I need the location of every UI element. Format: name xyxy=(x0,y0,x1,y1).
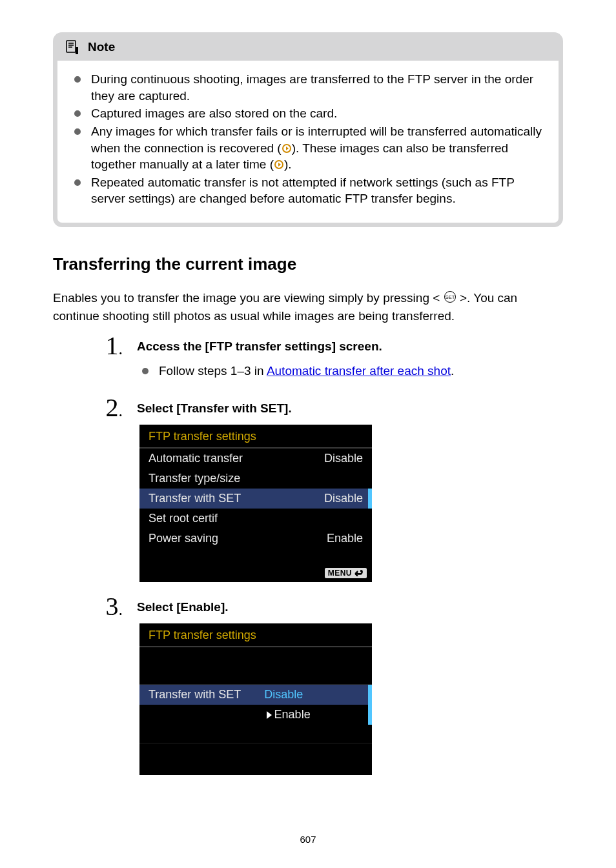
menu-back-badge: MENU xyxy=(325,568,367,578)
menu-row-power-saving: Power saving Enable xyxy=(139,529,372,549)
menu-option-enable: Enable xyxy=(274,708,311,722)
menu-label: Transfer type/size xyxy=(149,472,240,485)
note-bullet: During continuous shooting, images are t… xyxy=(73,71,543,104)
svg-rect-0 xyxy=(67,41,76,52)
step-2: 2. Select [Transfer with SET]. FTP trans… xyxy=(53,395,563,582)
camera-screen-transfer-settings: FTP transfer settings Automatic transfer… xyxy=(139,425,372,582)
back-arrow-icon xyxy=(354,570,364,576)
note-bullet: Captured images are also stored on the c… xyxy=(73,105,543,122)
menu-row-transfer-with-set: Transfer with SET Disable xyxy=(139,489,372,509)
step-bullet: Follow steps 1–3 in Automatic transfer a… xyxy=(137,363,563,379)
step-1: 1. Access the [FTP transfer settings] sc… xyxy=(53,333,563,383)
steps-list: 1. Access the [FTP transfer settings] sc… xyxy=(53,333,563,775)
intro-paragraph: Enables you to transfer the image you ar… xyxy=(53,290,563,324)
menu-label: Transfer with SET xyxy=(149,688,264,701)
menu-label: Power saving xyxy=(149,532,218,545)
step-number: 3. xyxy=(53,594,137,620)
note-header: Note xyxy=(53,32,563,61)
svg-text:SET: SET xyxy=(445,294,455,300)
menu-row-transfer-with-set-disable: Transfer with SET Disable xyxy=(139,685,372,705)
note-bullet: Repeated automatic transfer is not attem… xyxy=(73,174,543,207)
text-fragment: Enables you to transfer the image you ar… xyxy=(53,291,444,305)
note-title: Note xyxy=(88,40,115,54)
note-box: Note During continuous shooting, images … xyxy=(53,32,563,227)
menu-value: Enable xyxy=(327,532,363,545)
menu-row-empty xyxy=(139,549,372,565)
step-title: Access the [FTP transfer settings] scree… xyxy=(137,339,563,354)
menu-row-transfer-type-size: Transfer type/size xyxy=(139,469,372,489)
link-reference-icon[interactable] xyxy=(274,157,284,168)
menu-row-enable-option: Enable xyxy=(139,705,372,725)
step-title: Select [Enable]. xyxy=(137,600,563,614)
page-number: 607 xyxy=(0,834,616,845)
menu-option-disable: Disable xyxy=(264,688,303,701)
note-body: During continuous shooting, images are t… xyxy=(57,61,559,223)
step-number: 1. xyxy=(53,333,137,359)
note-icon xyxy=(66,40,79,54)
step-3: 3. Select [Enable]. FTP transfer setting… xyxy=(53,594,563,775)
text-fragment: . xyxy=(451,364,454,378)
screen-title: FTP transfer settings xyxy=(139,623,372,647)
menu-label: Automatic transfer xyxy=(149,452,243,465)
link-reference-icon[interactable] xyxy=(282,141,292,152)
text-fragment: ). xyxy=(284,157,292,171)
camera-screen-enable-option: FTP transfer settings Transfer with SET … xyxy=(139,623,372,775)
selection-triangle-icon xyxy=(267,711,272,719)
step-title: Select [Transfer with SET]. xyxy=(137,401,563,416)
section-heading: Transferring the current image xyxy=(53,254,563,274)
note-bullet: Any images for which transfer fails or i… xyxy=(73,123,543,173)
menu-row-automatic-transfer: Automatic transfer Disable xyxy=(139,449,372,469)
automatic-transfer-link[interactable]: Automatic transfer after each shot xyxy=(267,364,451,378)
text-fragment: Follow steps 1–3 in xyxy=(159,364,267,378)
menu-value: Disable xyxy=(324,492,363,505)
menu-row-set-root-certif: Set root certif xyxy=(139,509,372,529)
set-button-icon: SET xyxy=(444,290,457,308)
menu-label: Set root certif xyxy=(149,512,218,525)
menu-value: Disable xyxy=(324,452,363,465)
menu-label-text: MENU xyxy=(328,569,352,578)
svg-rect-4 xyxy=(76,47,78,54)
screen-title: FTP transfer settings xyxy=(139,425,372,449)
menu-label: Transfer with SET xyxy=(149,492,241,505)
step-number: 2. xyxy=(53,395,137,421)
screen-footer: MENU xyxy=(139,565,372,582)
